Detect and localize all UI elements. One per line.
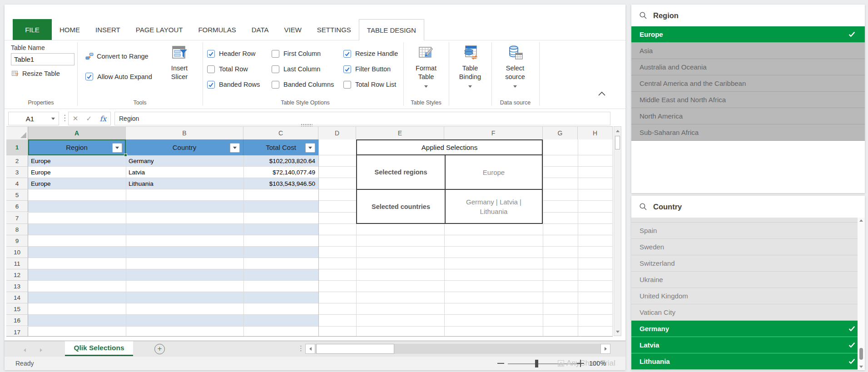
cancel-icon[interactable]: ✕ bbox=[73, 114, 79, 123]
country-item-vatican-city[interactable]: Vatican City bbox=[631, 304, 865, 321]
grid-body[interactable]: 1234567891011121314151617 Region Country… bbox=[6, 139, 613, 337]
ribbon-tab-table-design[interactable]: TABLE DESIGN bbox=[359, 19, 424, 40]
horizontal-scrollbar[interactable] bbox=[315, 344, 600, 354]
hscroll-right-button[interactable] bbox=[600, 344, 610, 354]
checkbox-header-row[interactable]: Header Row bbox=[207, 50, 272, 58]
table-name-input[interactable] bbox=[11, 53, 74, 65]
format-table-label-2: Table bbox=[404, 73, 448, 81]
country-item-spain[interactable]: Spain bbox=[631, 223, 865, 239]
country-item-switzerland[interactable]: Switzerland bbox=[631, 255, 865, 272]
region-item-north-america[interactable]: North America bbox=[631, 108, 865, 124]
region-item-australia-and-oceania[interactable]: Australia and Oceania bbox=[631, 59, 865, 75]
cell-C2[interactable]: $102,203,820.64 bbox=[243, 155, 315, 167]
checkbox-banded-columns[interactable]: Banded Columns bbox=[272, 81, 343, 89]
region-item-asia[interactable]: Asia bbox=[631, 43, 865, 59]
column-header-E[interactable]: E bbox=[356, 127, 444, 139]
ribbon-tab-data[interactable]: DATA bbox=[244, 19, 277, 40]
select-source-label-2: source bbox=[493, 73, 537, 81]
cell-A1[interactable]: Region bbox=[28, 139, 126, 155]
checkbox-allow-auto-expand[interactable]: Allow Auto Expand bbox=[85, 73, 152, 80]
country-filter-button[interactable] bbox=[230, 143, 240, 153]
enter-icon[interactable]: ✓ bbox=[86, 114, 92, 123]
ribbon-tab-formulas[interactable]: FORMULAS bbox=[190, 19, 243, 40]
checkbox-total-row[interactable]: Total Row bbox=[207, 65, 272, 73]
hscroll-left-button[interactable] bbox=[305, 344, 315, 354]
column-header-F[interactable]: F bbox=[444, 127, 543, 139]
region-item-central-america-and-the-caribbean[interactable]: Central America and the Caribbean bbox=[631, 75, 865, 92]
column-header-D[interactable]: D bbox=[318, 127, 356, 139]
cell-B3[interactable]: Latvia bbox=[129, 167, 239, 178]
country-list-scrollbar[interactable] bbox=[858, 218, 865, 370]
country-item-latvia[interactable]: Latvia bbox=[631, 337, 865, 353]
country-scroll-thumb[interactable] bbox=[859, 348, 863, 360]
column-header-B[interactable]: B bbox=[126, 127, 243, 139]
fill-handle[interactable] bbox=[124, 154, 127, 157]
ribbon-tab-settings[interactable]: SETTINGS bbox=[309, 19, 359, 40]
checkbox-banded-rows[interactable]: Banded Rows bbox=[207, 81, 272, 89]
formula-input[interactable] bbox=[114, 112, 610, 125]
cell-B1[interactable]: Country bbox=[126, 139, 243, 155]
vertical-scrollbar[interactable] bbox=[614, 126, 621, 336]
region-filter-button[interactable] bbox=[112, 143, 122, 153]
search-icon[interactable] bbox=[639, 203, 647, 211]
name-box[interactable]: A1 bbox=[8, 112, 59, 125]
country-item-ukraine[interactable]: Ukraine bbox=[631, 272, 865, 288]
cell-A2[interactable]: Europe bbox=[31, 155, 122, 167]
arrow-down-icon[interactable] bbox=[859, 366, 863, 368]
ribbon-tab-page-layout[interactable]: PAGE LAYOUT bbox=[128, 19, 191, 40]
select-source-button[interactable]: Select source bbox=[493, 44, 537, 90]
cell-A3[interactable]: Europe bbox=[31, 167, 122, 178]
convert-to-range-button[interactable]: Convert to Range bbox=[85, 52, 149, 60]
country-item-sweden[interactable]: Sweden bbox=[631, 239, 865, 255]
fx-icon[interactable]: fx bbox=[99, 114, 106, 123]
column-header-C[interactable]: C bbox=[243, 127, 318, 139]
ribbon-tab-view[interactable]: VIEW bbox=[277, 19, 309, 40]
vertical-scroll-thumb[interactable] bbox=[615, 136, 620, 149]
cell-C3[interactable]: $72,140,077.49 bbox=[243, 167, 315, 178]
ribbon-tab-home[interactable]: HOME bbox=[52, 19, 88, 40]
country-item-united-kingdom[interactable]: United Kingdom bbox=[631, 288, 865, 304]
column-header-H[interactable]: H bbox=[578, 127, 613, 139]
checkbox-first-column[interactable]: First Column bbox=[272, 50, 343, 58]
selected-regions-label-cell: Selected regions bbox=[357, 155, 445, 189]
country-filter-panel: Country SpainSwedenSwitzerlandUkraineUni… bbox=[631, 196, 865, 370]
select-source-caret-icon bbox=[513, 85, 517, 88]
total-cost-filter-button[interactable] bbox=[305, 143, 315, 153]
insert-slicer-button[interactable]: Insert Slicer bbox=[161, 44, 198, 81]
format-table-button[interactable]: Format Table bbox=[404, 44, 448, 90]
sheet-nav-right-button[interactable] bbox=[40, 346, 42, 354]
search-icon[interactable] bbox=[639, 11, 647, 20]
region-item-sub-saharan-africa[interactable]: Sub-Saharan Africa bbox=[631, 124, 865, 141]
checkbox-last-column[interactable]: Last Column bbox=[272, 65, 343, 73]
cell-C1[interactable]: Total Cost bbox=[243, 139, 318, 155]
collapse-ribbon-button[interactable] bbox=[595, 88, 609, 99]
resize-table-button[interactable]: Resize Table bbox=[11, 69, 60, 78]
region-item-middle-east-and-north-africa[interactable]: Middle East and North Africa bbox=[631, 92, 865, 108]
arrow-up-icon[interactable] bbox=[859, 219, 863, 222]
column-header-A[interactable]: A bbox=[28, 127, 126, 139]
scroll-down-button[interactable] bbox=[614, 328, 621, 335]
region-panel-title: Region bbox=[653, 11, 679, 20]
cell-B4[interactable]: Lithuania bbox=[129, 178, 239, 189]
ribbon-tab-file[interactable]: FILE bbox=[13, 19, 52, 40]
region-list: EuropeAsiaAustralia and OceaniaCentral A… bbox=[631, 26, 865, 141]
cell-C4[interactable]: $103,543,946.50 bbox=[243, 178, 315, 189]
zoom-slider-thumb[interactable] bbox=[535, 360, 538, 367]
sheet-tab-qlik-selections[interactable]: Qlik Selections bbox=[65, 341, 133, 356]
table-binding-button[interactable]: Table Binding bbox=[449, 44, 491, 90]
ribbon-tab-insert[interactable]: INSERT bbox=[88, 19, 128, 40]
column-header-G[interactable]: G bbox=[543, 127, 578, 139]
country-item-germany[interactable]: Germany bbox=[631, 321, 865, 337]
zoom-out-button[interactable] bbox=[497, 363, 504, 364]
region-item-europe[interactable]: Europe bbox=[631, 26, 865, 43]
horizontal-scroll-thumb[interactable] bbox=[316, 344, 394, 354]
add-sheet-button[interactable]: + bbox=[154, 344, 165, 354]
zoom-in-button[interactable] bbox=[577, 360, 584, 367]
scroll-up-button[interactable] bbox=[614, 127, 621, 134]
country-item-lithuania[interactable]: Lithuania bbox=[631, 353, 865, 370]
select-all-corner[interactable] bbox=[6, 127, 28, 139]
sheet-nav-left-button[interactable] bbox=[24, 346, 26, 354]
zoom-level[interactable]: 100% bbox=[589, 360, 606, 367]
cell-B2[interactable]: Germany bbox=[129, 155, 239, 167]
cell-A4[interactable]: Europe bbox=[31, 178, 122, 189]
